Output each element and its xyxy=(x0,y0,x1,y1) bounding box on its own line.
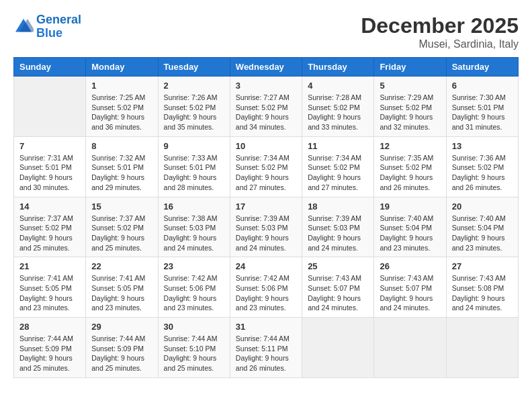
calendar-cell: 12Sunrise: 7:35 AMSunset: 5:02 PMDayligh… xyxy=(374,136,446,197)
day-number: 24 xyxy=(236,261,296,271)
calendar-cell: 5Sunrise: 7:29 AMSunset: 5:02 PMDaylight… xyxy=(374,77,446,137)
day-info: Sunrise: 7:38 AMSunset: 5:03 PMDaylight:… xyxy=(164,214,224,253)
weekday-header-thursday: Thursday xyxy=(302,58,374,77)
day-number: 4 xyxy=(308,81,368,91)
day-number: 11 xyxy=(308,141,368,151)
calendar-cell: 6Sunrise: 7:30 AMSunset: 5:01 PMDaylight… xyxy=(446,77,518,137)
day-number: 10 xyxy=(236,141,296,151)
day-info: Sunrise: 7:40 AMSunset: 5:04 PMDaylight:… xyxy=(452,214,513,253)
month-title: December 2025 xyxy=(361,13,519,38)
day-number: 2 xyxy=(164,81,224,91)
calendar-cell: 2Sunrise: 7:26 AMSunset: 5:02 PMDaylight… xyxy=(158,77,230,137)
day-number: 29 xyxy=(91,322,152,332)
calendar-cell: 17Sunrise: 7:39 AMSunset: 5:03 PMDayligh… xyxy=(230,197,302,257)
logo-text: General Blue xyxy=(36,13,81,40)
day-number: 25 xyxy=(308,261,368,271)
day-number: 8 xyxy=(91,141,152,151)
calendar-cell: 4Sunrise: 7:28 AMSunset: 5:02 PMDaylight… xyxy=(302,77,374,137)
day-number: 26 xyxy=(380,261,440,271)
logo-line1: General xyxy=(36,13,81,26)
day-info: Sunrise: 7:31 AMSunset: 5:01 PMDaylight:… xyxy=(19,153,80,193)
day-info: Sunrise: 7:33 AMSunset: 5:01 PMDaylight:… xyxy=(164,153,224,193)
day-number: 30 xyxy=(164,322,224,332)
calendar-cell: 21Sunrise: 7:41 AMSunset: 5:05 PMDayligh… xyxy=(14,257,86,318)
day-info: Sunrise: 7:41 AMSunset: 5:05 PMDaylight:… xyxy=(91,273,152,313)
day-info: Sunrise: 7:32 AMSunset: 5:01 PMDaylight:… xyxy=(91,153,152,193)
day-info: Sunrise: 7:44 AMSunset: 5:09 PMDaylight:… xyxy=(91,334,152,373)
day-info: Sunrise: 7:27 AMSunset: 5:02 PMDaylight:… xyxy=(236,93,296,132)
day-info: Sunrise: 7:37 AMSunset: 5:02 PMDaylight:… xyxy=(91,214,152,253)
logo-icon xyxy=(13,17,34,37)
calendar-cell: 10Sunrise: 7:34 AMSunset: 5:02 PMDayligh… xyxy=(230,136,302,197)
day-info: Sunrise: 7:34 AMSunset: 5:02 PMDaylight:… xyxy=(308,153,368,193)
weekday-header-wednesday: Wednesday xyxy=(230,58,302,77)
day-info: Sunrise: 7:43 AMSunset: 5:07 PMDaylight:… xyxy=(308,273,368,313)
calendar-cell: 31Sunrise: 7:44 AMSunset: 5:11 PMDayligh… xyxy=(230,318,302,378)
calendar-cell: 24Sunrise: 7:42 AMSunset: 5:06 PMDayligh… xyxy=(230,257,302,318)
calendar-cell: 8Sunrise: 7:32 AMSunset: 5:01 PMDaylight… xyxy=(86,136,158,197)
calendar-cell: 27Sunrise: 7:43 AMSunset: 5:08 PMDayligh… xyxy=(446,257,518,318)
day-number: 6 xyxy=(452,81,513,91)
day-number: 7 xyxy=(19,141,80,151)
day-info: Sunrise: 7:39 AMSunset: 5:03 PMDaylight:… xyxy=(236,214,296,253)
day-number: 5 xyxy=(380,81,440,91)
calendar-cell: 20Sunrise: 7:40 AMSunset: 5:04 PMDayligh… xyxy=(446,197,518,257)
day-info: Sunrise: 7:25 AMSunset: 5:02 PMDaylight:… xyxy=(91,93,152,132)
calendar-cell: 18Sunrise: 7:39 AMSunset: 5:03 PMDayligh… xyxy=(302,197,374,257)
calendar-cell: 13Sunrise: 7:36 AMSunset: 5:02 PMDayligh… xyxy=(446,136,518,197)
day-info: Sunrise: 7:44 AMSunset: 5:09 PMDaylight:… xyxy=(19,334,80,373)
day-info: Sunrise: 7:44 AMSunset: 5:10 PMDaylight:… xyxy=(164,334,224,373)
calendar-cell xyxy=(374,318,446,378)
day-number: 20 xyxy=(452,201,513,212)
day-info: Sunrise: 7:39 AMSunset: 5:03 PMDaylight:… xyxy=(308,214,368,253)
logo: General Blue xyxy=(13,13,81,40)
day-number: 14 xyxy=(19,201,80,212)
day-number: 1 xyxy=(91,81,152,91)
day-info: Sunrise: 7:28 AMSunset: 5:02 PMDaylight:… xyxy=(308,93,368,132)
day-number: 18 xyxy=(308,201,368,212)
day-info: Sunrise: 7:36 AMSunset: 5:02 PMDaylight:… xyxy=(452,153,513,193)
weekday-header-sunday: Sunday xyxy=(14,58,86,77)
calendar-cell: 29Sunrise: 7:44 AMSunset: 5:09 PMDayligh… xyxy=(86,318,158,378)
calendar-cell: 16Sunrise: 7:38 AMSunset: 5:03 PMDayligh… xyxy=(158,197,230,257)
calendar-cell: 28Sunrise: 7:44 AMSunset: 5:09 PMDayligh… xyxy=(14,318,86,378)
day-info: Sunrise: 7:44 AMSunset: 5:11 PMDaylight:… xyxy=(236,334,296,373)
day-number: 27 xyxy=(452,261,513,271)
day-number: 22 xyxy=(91,261,152,271)
day-info: Sunrise: 7:34 AMSunset: 5:02 PMDaylight:… xyxy=(236,153,296,193)
calendar-cell: 7Sunrise: 7:31 AMSunset: 5:01 PMDaylight… xyxy=(14,136,86,197)
calendar-cell: 23Sunrise: 7:42 AMSunset: 5:06 PMDayligh… xyxy=(158,257,230,318)
calendar-cell xyxy=(14,77,86,137)
calendar-cell: 3Sunrise: 7:27 AMSunset: 5:02 PMDaylight… xyxy=(230,77,302,137)
day-info: Sunrise: 7:29 AMSunset: 5:02 PMDaylight:… xyxy=(380,93,440,132)
weekday-header-saturday: Saturday xyxy=(446,58,518,77)
day-number: 12 xyxy=(380,141,440,151)
day-number: 31 xyxy=(236,322,296,332)
day-info: Sunrise: 7:41 AMSunset: 5:05 PMDaylight:… xyxy=(19,273,80,313)
calendar-cell: 11Sunrise: 7:34 AMSunset: 5:02 PMDayligh… xyxy=(302,136,374,197)
day-info: Sunrise: 7:42 AMSunset: 5:06 PMDaylight:… xyxy=(236,273,296,313)
day-number: 3 xyxy=(236,81,296,91)
calendar-cell xyxy=(446,318,518,378)
calendar-cell: 15Sunrise: 7:37 AMSunset: 5:02 PMDayligh… xyxy=(86,197,158,257)
weekday-header-monday: Monday xyxy=(86,58,158,77)
day-number: 16 xyxy=(164,201,224,212)
day-number: 28 xyxy=(19,322,80,332)
calendar-cell: 30Sunrise: 7:44 AMSunset: 5:10 PMDayligh… xyxy=(158,318,230,378)
location: Musei, Sardinia, Italy xyxy=(361,38,519,50)
calendar-cell: 9Sunrise: 7:33 AMSunset: 5:01 PMDaylight… xyxy=(158,136,230,197)
calendar-cell: 1Sunrise: 7:25 AMSunset: 5:02 PMDaylight… xyxy=(86,77,158,137)
day-info: Sunrise: 7:26 AMSunset: 5:02 PMDaylight:… xyxy=(164,93,224,132)
calendar-cell: 19Sunrise: 7:40 AMSunset: 5:04 PMDayligh… xyxy=(374,197,446,257)
calendar-cell: 26Sunrise: 7:43 AMSunset: 5:07 PMDayligh… xyxy=(374,257,446,318)
day-info: Sunrise: 7:43 AMSunset: 5:07 PMDaylight:… xyxy=(380,273,440,313)
day-info: Sunrise: 7:30 AMSunset: 5:01 PMDaylight:… xyxy=(452,93,513,132)
day-number: 19 xyxy=(380,201,440,212)
day-info: Sunrise: 7:42 AMSunset: 5:06 PMDaylight:… xyxy=(164,273,224,313)
calendar-cell: 25Sunrise: 7:43 AMSunset: 5:07 PMDayligh… xyxy=(302,257,374,318)
day-number: 13 xyxy=(452,141,513,151)
day-number: 21 xyxy=(19,261,80,271)
calendar-table: SundayMondayTuesdayWednesdayThursdayFrid… xyxy=(13,57,519,378)
day-number: 23 xyxy=(164,261,224,271)
calendar-cell: 22Sunrise: 7:41 AMSunset: 5:05 PMDayligh… xyxy=(86,257,158,318)
